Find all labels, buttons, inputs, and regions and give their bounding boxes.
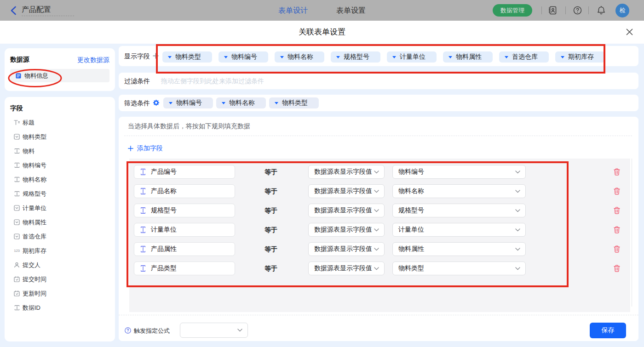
- field-tag[interactable]: 物料类型: [269, 97, 319, 108]
- rule-row: 计量单位 等于 数据源表显示字段值 计量单位: [129, 223, 630, 237]
- trash-icon[interactable]: [614, 188, 620, 195]
- chevron-down-icon: [515, 248, 520, 251]
- rule-row: 规格型号 等于 数据源表显示字段值 规格型号: [129, 204, 630, 217]
- gear-icon[interactable]: [153, 99, 160, 106]
- trash-icon[interactable]: [614, 245, 620, 253]
- field-tag[interactable]: 物料名称: [275, 51, 324, 63]
- field-tag[interactable]: 物料类型: [162, 51, 212, 63]
- bell-icon[interactable]: [597, 6, 606, 15]
- help-icon[interactable]: [125, 327, 131, 334]
- app-window: 产品配置 表单设计 表单设置 数据管理 检 关联表单设置 数: [0, 0, 644, 347]
- back-nav[interactable]: 产品配置: [10, 0, 74, 21]
- trigger-formula-label: 触发指定公式: [134, 315, 170, 346]
- close-icon[interactable]: [624, 27, 634, 37]
- chevron-down-icon: [374, 248, 379, 251]
- page-title: 产品配置: [22, 5, 74, 16]
- datasource-item[interactable]: 物料信息: [10, 69, 109, 82]
- field-item[interactable]: 更新时间: [14, 286, 114, 301]
- field-item[interactable]: 物料编号: [14, 158, 114, 172]
- form-doc-icon: [16, 73, 21, 79]
- chevron-down-icon: [392, 56, 396, 58]
- title-icon: [14, 119, 20, 126]
- filter-dropzone[interactable]: 拖动左侧字段到此处来添加过滤条件: [161, 73, 264, 89]
- source-field-select[interactable]: 物料编号: [392, 165, 526, 179]
- trash-icon[interactable]: [614, 207, 620, 214]
- field-item[interactable]: 123 期初库存: [14, 244, 114, 258]
- source-type-select[interactable]: 数据源表显示字段值: [308, 223, 385, 237]
- field-tag[interactable]: 期初库存: [555, 51, 605, 63]
- target-field-input[interactable]: 产品类型: [134, 262, 235, 275]
- tab-form-settings[interactable]: 表单设置: [336, 0, 366, 21]
- field-item[interactable]: 物料类型: [14, 130, 114, 144]
- source-type-select[interactable]: 数据源表显示字段值: [308, 242, 385, 256]
- source-type-select[interactable]: 数据源表显示字段值: [308, 204, 385, 217]
- number-icon: 123: [14, 248, 20, 254]
- field-tag[interactable]: 规格型号: [331, 51, 380, 63]
- source-type-select[interactable]: 数据源表显示字段值: [308, 184, 385, 198]
- data-manage-button[interactable]: 数据管理: [493, 4, 532, 17]
- calendar-icon: [14, 290, 20, 297]
- chevron-down-icon: [374, 209, 379, 212]
- target-field-input[interactable]: 规格型号: [134, 204, 235, 217]
- field-item[interactable]: 数据ID: [14, 301, 114, 315]
- filter-label: 过滤条件: [124, 73, 150, 89]
- save-button[interactable]: 保存: [590, 323, 626, 338]
- field-item[interactable]: 计量单位: [14, 201, 114, 215]
- chevron-down-icon: [374, 228, 379, 232]
- topbar-divider: [588, 6, 589, 14]
- rule-row: 产品类型 等于 数据源表显示字段值 物料类型: [129, 262, 630, 275]
- text-field-icon: [141, 188, 145, 194]
- trash-icon[interactable]: [614, 226, 620, 233]
- source-field-select[interactable]: 物料名称: [392, 184, 526, 198]
- formula-select[interactable]: [180, 323, 248, 338]
- field-item[interactable]: 物料: [14, 144, 114, 158]
- source-field-select[interactable]: 物料属性: [392, 242, 526, 256]
- source-type-select[interactable]: 数据源表显示字段值: [308, 165, 385, 179]
- field-item[interactable]: 规格型号: [14, 187, 114, 201]
- chevron-down-icon: [222, 102, 225, 104]
- help-icon[interactable]: [573, 6, 582, 15]
- field-tag[interactable]: 物料名称: [216, 97, 266, 108]
- target-field-input[interactable]: 产品名称: [134, 184, 235, 198]
- trash-icon[interactable]: [614, 168, 620, 176]
- trash-icon[interactable]: [614, 265, 620, 272]
- field-tag[interactable]: 首选仓库: [499, 51, 549, 63]
- add-display-field-icon[interactable]: [153, 53, 159, 59]
- field-item[interactable]: 标题: [14, 115, 114, 130]
- filter-row: 过滤条件 拖动左侧字段到此处来添加过滤条件: [119, 73, 638, 89]
- source-field-select[interactable]: 物料类型: [392, 262, 526, 275]
- field-item[interactable]: 提交人: [14, 258, 114, 272]
- back-chevron-icon[interactable]: [10, 6, 17, 15]
- change-datasource-link[interactable]: 更改数据源: [77, 56, 109, 64]
- source-type-select[interactable]: 数据源表显示字段值: [308, 262, 385, 275]
- contacts-icon[interactable]: [548, 6, 558, 15]
- target-field-input[interactable]: 产品编号: [134, 165, 235, 179]
- field-item[interactable]: 首选仓库: [14, 229, 114, 244]
- field-item[interactable]: 物料名称: [14, 172, 114, 187]
- avatar[interactable]: 检: [615, 4, 629, 17]
- target-field-input[interactable]: 计量单位: [134, 223, 235, 237]
- source-field-select[interactable]: 规格型号: [392, 204, 526, 217]
- tab-form-design[interactable]: 表单设计: [278, 0, 308, 21]
- field-item[interactable]: 提交时间: [14, 272, 114, 286]
- select-icon: [14, 233, 20, 240]
- text-field-icon: [141, 265, 145, 272]
- chevron-down-icon: [237, 329, 242, 332]
- add-field-button[interactable]: 添加字段: [128, 144, 163, 153]
- rules-panel: 产品编号 等于 数据源表显示字段值 物料编号 产品名称 等于 数据源表显示字段值…: [129, 159, 630, 312]
- target-field-input[interactable]: 产品属性: [134, 242, 235, 256]
- field-tag[interactable]: 物料属性: [443, 51, 493, 63]
- equals-label: 等于: [264, 262, 277, 275]
- field-tag[interactable]: 物料编号: [218, 51, 268, 63]
- field-tag[interactable]: 物料编号: [163, 97, 213, 108]
- modal-footer: 触发指定公式 保存: [119, 315, 638, 341]
- text-icon: [14, 162, 20, 169]
- display-fields-label: 显示字段: [124, 46, 150, 66]
- field-tag[interactable]: 计量单位: [387, 51, 437, 63]
- source-field-select[interactable]: 计量单位: [392, 223, 526, 237]
- chevron-down-icon: [224, 56, 228, 58]
- screening-label: 筛选条件: [124, 95, 150, 111]
- scrollbar-track[interactable]: [632, 159, 632, 307]
- text-field-icon: [141, 246, 145, 252]
- field-item[interactable]: 物料属性: [14, 215, 114, 229]
